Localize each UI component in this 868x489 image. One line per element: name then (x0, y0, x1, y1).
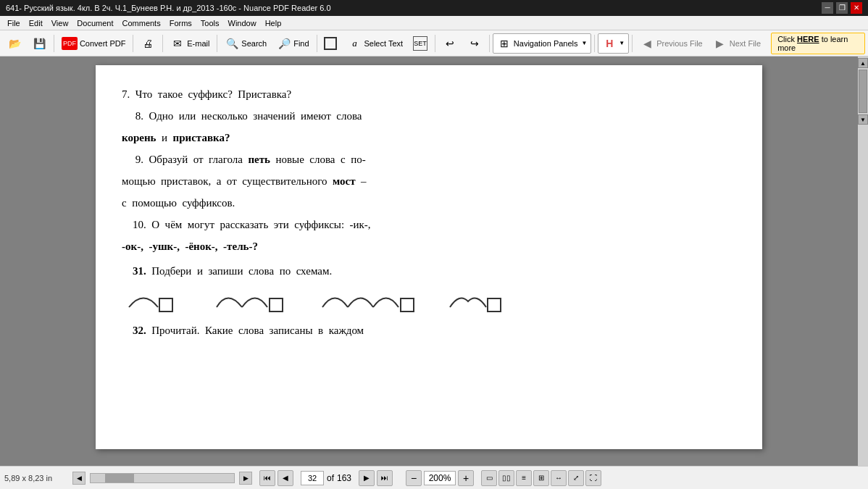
print-icon: 🖨 (141, 36, 155, 51)
question-32: 32. Прочитай. Какие слова записаны в каж… (122, 322, 736, 339)
undo-button[interactable]: ↩ (438, 33, 462, 54)
menu-window[interactable]: Window (224, 16, 261, 30)
fit-page-button[interactable]: ⤢ (568, 470, 584, 486)
next-file-label: Next File (730, 39, 761, 48)
schema-shape-3 (319, 285, 420, 313)
menu-forms[interactable]: Forms (165, 16, 196, 30)
separator-8 (594, 35, 595, 52)
open-icon: 📂 (7, 36, 22, 51)
page-indicator: of 163 (301, 471, 351, 485)
save-button[interactable]: 💾 (28, 33, 51, 54)
undo-icon: ↩ (443, 36, 457, 51)
main-area: 7. Что такое суффикс? Приставка? 8. Одно… (0, 57, 868, 466)
close-button[interactable]: ✕ (851, 2, 862, 14)
zoom-out-button[interactable]: − (406, 470, 422, 486)
page-of-label: of (327, 473, 334, 483)
select-text-icon: a (347, 36, 362, 51)
menu-file[interactable]: File (3, 16, 25, 30)
next-file-button[interactable]: ▶ Next File (709, 33, 765, 54)
window-controls: ─ ❐ ✕ (822, 2, 862, 14)
separator-5 (317, 35, 317, 52)
learn-more-banner[interactable]: Click HERE to learn more (771, 33, 865, 54)
menu-document[interactable]: Document (72, 16, 117, 30)
single-page-icon: ▭ (486, 474, 493, 482)
total-pages-display: 163 (337, 473, 351, 483)
columns-view-button[interactable]: ⊞ (533, 470, 549, 486)
menu-edit[interactable]: Edit (25, 16, 47, 30)
separator-1 (54, 35, 54, 52)
next-page-button[interactable]: ▶ (359, 470, 375, 486)
h-scroll-left-button[interactable]: ◀ (72, 472, 85, 485)
find-label: Find (293, 39, 309, 48)
bold-suffixes: -ок-, -ушк-, -ёнок-, -тель-? (122, 241, 258, 252)
h-scroll-right-button[interactable]: ▶ (239, 472, 252, 485)
two-page-icon: ▯▯ (502, 474, 511, 482)
menu-help[interactable]: Help (261, 16, 286, 30)
fullscreen-button[interactable]: ⛶ (585, 470, 601, 486)
select-text-button[interactable]: a Select Text (343, 33, 407, 54)
page-nav-controls-next: ▶ ⏭ (359, 470, 393, 486)
columns-icon: ⊞ (538, 474, 544, 482)
save-icon: 💾 (32, 36, 46, 51)
bold-pristavka: приставка? (173, 132, 230, 143)
question-9b: мощью приставок, а от существительного м… (122, 172, 736, 190)
print-button[interactable]: 🖨 (136, 33, 159, 54)
menu-tools[interactable]: Tools (196, 16, 224, 30)
h-scroll-thumb[interactable] (105, 474, 134, 482)
email-icon: ✉ (170, 36, 185, 51)
two-page-view-button[interactable]: ▯▯ (498, 470, 514, 486)
bold-31: 31. (133, 265, 146, 277)
svg-rect-2 (401, 298, 414, 312)
h-scroll-left-area: ◀ (72, 472, 85, 485)
navigation-panels-button[interactable]: ⊞ Navigation Panels ▼ (493, 33, 592, 54)
bold-pet: петь (248, 154, 270, 165)
pdf-page: 7. Что такое суффикс? Приставка? 8. Одно… (96, 65, 762, 449)
separator-2 (133, 35, 133, 52)
zoom-in-button[interactable]: + (458, 470, 474, 486)
redo-button[interactable]: ↪ (463, 33, 486, 54)
menu-view[interactable]: View (47, 16, 73, 30)
scroll-up-button[interactable]: ▲ (858, 58, 868, 68)
view-controls: ▭ ▯▯ ≡ ⊞ ↔ ⤢ ⛶ (481, 470, 601, 486)
scroll-thumb[interactable] (859, 70, 867, 113)
scroll-down-button[interactable]: ▼ (858, 114, 868, 125)
question-7: 7. Что такое суффикс? Приставка? (122, 85, 736, 103)
single-page-view-button[interactable]: ▭ (481, 470, 497, 486)
open-button[interactable]: 📂 (3, 33, 26, 54)
fit-width-icon: ↔ (555, 474, 562, 482)
redo-icon: ↪ (467, 36, 482, 51)
separator-3 (162, 35, 163, 52)
fit-page-icon: ⤢ (573, 474, 579, 482)
email-button[interactable]: ✉ E-mail (166, 33, 214, 54)
toolbar: 📂 💾 PDF Convert PDF 🖨 ✉ E-mail 🔍 Search … (0, 30, 868, 57)
bold-koren: корень (122, 132, 157, 143)
question-10a: 10. О чём могут рассказать эти суффиксы:… (122, 216, 736, 233)
set-button[interactable]: SET (409, 33, 432, 54)
schema-shape-1 (122, 285, 187, 313)
find-button[interactable]: 🔎 Find (272, 33, 313, 54)
navigation-panels-dropdown-icon: ▼ (582, 40, 588, 46)
h-scrollbar[interactable] (90, 473, 235, 483)
separator-9 (632, 35, 633, 52)
schema-shape-4 (446, 285, 512, 313)
learn-more-text: Click HERE to learn more (777, 35, 859, 52)
page-frame-button[interactable] (320, 33, 341, 54)
convert-pdf-button[interactable]: PDF Convert PDF (57, 33, 130, 54)
restore-button[interactable]: ❐ (836, 2, 848, 14)
menu-comments[interactable]: Comments (118, 16, 165, 30)
pdf-area: 7. Что такое суффикс? Приставка? 8. Одно… (0, 57, 858, 466)
previous-file-label: Previous File (656, 39, 703, 48)
minimize-button[interactable]: ─ (822, 2, 833, 14)
first-page-button[interactable]: ⏮ (259, 470, 275, 486)
continuous-view-button[interactable]: ≡ (516, 470, 532, 486)
convert-icon: PDF (62, 37, 78, 50)
fit-width-button[interactable]: ↔ (551, 470, 567, 486)
navigation-panels-label: Navigation Panels (514, 39, 578, 48)
last-page-button[interactable]: ⏭ (377, 470, 393, 486)
learn-more-here: HERE (797, 35, 819, 43)
search-button[interactable]: 🔍 Search (220, 33, 271, 54)
highlight-button[interactable]: H ▼ (598, 33, 629, 54)
prev-page-button[interactable]: ◀ (277, 470, 293, 486)
previous-file-button[interactable]: ◀ Previous File (635, 33, 707, 54)
page-number-input[interactable] (301, 471, 324, 485)
